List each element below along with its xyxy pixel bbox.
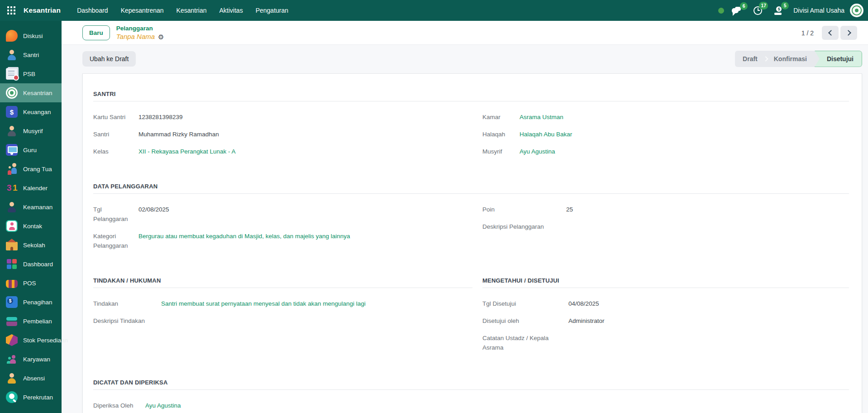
sidebar-item-kalender[interactable]: Kalender: [0, 178, 62, 197]
field-label: Disetujui oleh: [482, 316, 568, 326]
form-sheet: SANTRI Kartu Santri 1238281398239 Santri…: [82, 73, 862, 413]
sidebar-item-label: Karyawan: [23, 356, 50, 363]
activities-button[interactable]: 17: [752, 5, 763, 16]
status-step-draft[interactable]: Draft: [735, 51, 765, 67]
sidebar-item-guru[interactable]: Guru: [0, 140, 62, 159]
messages-button[interactable]: 6: [730, 5, 743, 16]
group-mengetahui: MENGETAHUI / DISETUJUI Tgl Disetujui 04/…: [482, 277, 849, 360]
field-label: Kategori Pelanggaran: [93, 231, 138, 250]
section-data-pelanggaran: DATA PELANGGARAN Tgl Pelanggaran 02/08/2…: [93, 183, 849, 258]
breadcrumb-current: Tanpa Nama: [116, 33, 155, 41]
kelas-link[interactable]: XII - Rekayasa Perangkat Lunak - A: [138, 147, 236, 156]
sidebar-item-label: PSB: [23, 71, 35, 77]
payment-requests-button[interactable]: 5: [773, 5, 784, 16]
field-label: Deskripsi Pelanggaran: [482, 222, 566, 231]
sidebar-item-absensi[interactable]: Absensi: [0, 369, 62, 388]
field-tgl-disetujui: Tgl Disetujui 04/08/2025: [482, 299, 849, 308]
sidebar-item-keamanan[interactable]: Keamanan: [0, 197, 62, 216]
control-panel: Baru Pelanggaran Tanpa Nama 1 / 2: [62, 21, 868, 45]
status-step-disetujui[interactable]: Disetujui: [815, 51, 862, 67]
section-dicatat: DICATAT DAN DIPERIKSA Diperiksa Oleh Ayu…: [93, 379, 849, 413]
menu-item-kesantrian[interactable]: Kesantrian: [170, 0, 213, 21]
tindakan-link[interactable]: Santri membuat surat pernyataan menyesal…: [161, 299, 366, 308]
new-record-button[interactable]: Baru: [82, 25, 110, 40]
breadcrumb: Pelanggaran Tanpa Nama: [116, 25, 164, 41]
kategori-pelanggaran-link[interactable]: Bergurau atau membuat kegaduhan di Masji…: [138, 231, 350, 250]
field-label: Diperiksa Oleh: [93, 401, 145, 410]
status-step-konfirmasi[interactable]: Konfirmasi: [766, 51, 815, 67]
sidebar-item-label: Santri: [23, 52, 39, 58]
field-label: Deskripsi Tindakan: [93, 316, 161, 326]
statusbar: Draft Konfirmasi Disetujui: [735, 51, 862, 67]
sidebar-item-label: Orang Tua: [23, 166, 52, 173]
sidebar-item-kesantrian[interactable]: Kesantrian: [0, 83, 62, 102]
sidebar-item-kontak[interactable]: Kontak: [0, 216, 62, 235]
breadcrumb-area: Baru Pelanggaran Tanpa Nama: [82, 25, 164, 41]
menu-item-dashboard[interactable]: Dashboard: [71, 0, 114, 21]
diperiksa-oleh-link[interactable]: Ayu Agustina: [145, 401, 181, 410]
menu-item-aktivitas[interactable]: Aktivitas: [213, 0, 249, 21]
field-label: Poin: [482, 205, 566, 214]
sidebar-item-diskusi[interactable]: Diskusi: [0, 26, 62, 45]
field-halaqah: Halaqah Halaqah Abu Bakar: [482, 130, 849, 139]
field-label: Kelas: [93, 147, 138, 156]
section-title: SANTRI: [93, 91, 849, 101]
sidebar-item-label: Pembelian: [23, 318, 52, 325]
poin-value: 25: [566, 205, 573, 214]
sidebar-item-psb[interactable]: PSB: [0, 64, 62, 83]
attendance-icon: [6, 372, 18, 384]
sidebar-item-label: Sekolah: [23, 242, 45, 249]
sidebar-item-dashboard[interactable]: Dashboard: [0, 255, 62, 274]
chat-bubble-icon: [6, 30, 18, 42]
requests-badge: 5: [781, 2, 789, 10]
breadcrumb-parent-link[interactable]: Pelanggaran: [116, 25, 164, 33]
field-musyrif: Musyrif Ayu Agustina: [482, 147, 849, 156]
sidebar-item-label: Musyrif: [23, 128, 43, 134]
gear-icon[interactable]: [158, 34, 164, 40]
sidebar-item-stok-persediaan[interactable]: Stok Persediaan: [0, 331, 62, 350]
pager-previous-button[interactable]: [822, 26, 839, 40]
sidebar-item-santri[interactable]: Santri: [0, 45, 62, 64]
set-to-draft-button[interactable]: Ubah ke Draft: [82, 51, 136, 67]
menu-item-pengaturan[interactable]: Pengaturan: [249, 0, 295, 21]
employees-icon: [6, 353, 18, 365]
sidebar-item-musyrif[interactable]: Musyrif: [0, 121, 62, 140]
musyrif-link[interactable]: Ayu Agustina: [520, 147, 555, 156]
sidebar-item-penagihan[interactable]: Penagihan: [0, 293, 62, 312]
activities-badge: 17: [759, 2, 768, 10]
sidebar-item-label: Keamanan: [23, 204, 52, 211]
sidebar-item-keuangan[interactable]: Keuangan: [0, 102, 62, 121]
kamar-link[interactable]: Asrama Ustman: [520, 112, 563, 122]
field-tindakan: Tindakan Santri membuat surat pernyataan…: [93, 299, 472, 308]
messages-badge: 6: [740, 2, 748, 10]
section-title: MENGETAHUI / DISETUJUI: [482, 277, 849, 288]
halaqah-link[interactable]: Halaqah Abu Bakar: [520, 130, 572, 139]
chevron-right-icon: [845, 30, 851, 36]
field-santri: Santri Muhammad Rizky Ramadhan: [93, 130, 472, 139]
status-row: Ubah ke Draft Draft Konfirmasi Disetujui: [62, 45, 868, 73]
apps-menu-button[interactable]: [5, 4, 18, 17]
family-icon: [6, 163, 18, 175]
breadcrumb-current-row: Tanpa Nama: [116, 33, 164, 41]
field-label: Tgl Disetujui: [482, 299, 568, 308]
pager-next-button[interactable]: [840, 26, 857, 40]
sidebar-item-label: Keuangan: [23, 109, 51, 115]
sidebar-item-sekolah[interactable]: Sekolah: [0, 235, 62, 255]
sidebar-item-label: Guru: [23, 147, 37, 154]
field-label: Tgl Pelanggaran: [93, 205, 138, 224]
sidebar-item-perekrutan[interactable]: Perekrutan: [0, 388, 62, 407]
teacher-icon: [6, 125, 18, 137]
sidebar-item-label: Diskusi: [23, 33, 43, 39]
sidebar-item-pos[interactable]: POS: [0, 274, 62, 293]
sidebar-item-orang-tua[interactable]: Orang Tua: [0, 159, 62, 178]
sidebar-item-pembelian[interactable]: Pembelian: [0, 312, 62, 331]
menu-item-kepesantrenan[interactable]: Kepesantrenan: [114, 0, 170, 21]
sidebar-item-karyawan[interactable]: Karyawan: [0, 350, 62, 369]
field-kamar: Kamar Asrama Ustman: [482, 112, 849, 122]
field-label: Kamar: [482, 112, 520, 122]
user-name[interactable]: Divisi Amal Usaha: [793, 7, 844, 14]
user-avatar[interactable]: [850, 4, 863, 17]
app-title[interactable]: Kesantrian: [24, 6, 61, 14]
presence-indicator: [718, 8, 724, 14]
sidebar-item-label: Absensi: [23, 375, 45, 382]
